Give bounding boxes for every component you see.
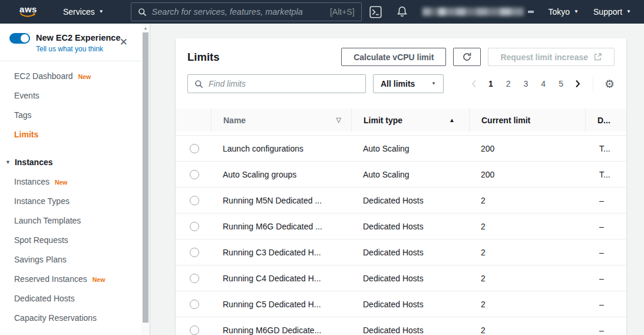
top-navigation-bar: aws Services ▼ Search for services, feat… [0, 0, 644, 24]
cell-name: Launch configurations [211, 144, 351, 153]
sidebar-item-launch-templates[interactable]: Launch Templates [0, 211, 141, 230]
cell-limit-type: Dedicated Hosts [351, 248, 469, 257]
page-number[interactable]: 4 [541, 79, 546, 88]
refresh-icon [462, 52, 472, 62]
table-row[interactable]: Auto Scaling groups Auto Scaling 200 T..… [176, 161, 626, 187]
limit-filter-dropdown[interactable]: All limits ▼ [373, 74, 444, 93]
table-row[interactable]: Running C5 Dedicated H... Dedicated Host… [176, 291, 626, 317]
new-badge: New [93, 276, 105, 283]
find-limits-placeholder: Find limits [209, 79, 246, 88]
row-radio[interactable] [190, 170, 199, 179]
table-row[interactable]: Running M6G Dedicated ... Dedicated Host… [176, 213, 626, 239]
row-radio[interactable] [190, 222, 199, 231]
pagination: 1 2 3 4 5 ⚙ [466, 76, 615, 91]
feedback-link[interactable]: Tell us what you think [36, 45, 120, 53]
sidebar-item-instances[interactable]: Instances New [0, 172, 141, 191]
sidebar-item-tags[interactable]: Tags [0, 105, 141, 124]
row-radio[interactable] [190, 274, 199, 283]
row-radio[interactable] [190, 300, 199, 309]
sidebar-scrollbar[interactable]: ▲ [141, 24, 150, 335]
cell-description: – [585, 274, 626, 283]
support-menu[interactable]: Support ▼ [593, 7, 631, 17]
row-radio[interactable] [190, 326, 199, 335]
row-radio[interactable] [190, 196, 199, 205]
services-menu[interactable]: Services ▼ [63, 7, 104, 17]
cell-limit-type: Dedicated Hosts [351, 196, 469, 205]
sidebar-item-label: Spot Requests [14, 235, 68, 245]
notifications-bell-icon[interactable] [397, 6, 408, 18]
sidebar-item-spot-requests[interactable]: Spot Requests [0, 230, 141, 249]
cell-current-limit: 2 [469, 274, 585, 283]
column-header-name[interactable]: Name ▽ [211, 109, 351, 132]
button-label: Calculate vCPU limit [354, 52, 434, 62]
table-settings-gear-icon[interactable]: ⚙ [605, 78, 615, 90]
aws-logo[interactable]: aws [19, 5, 37, 18]
sidebar-item-instance-types[interactable]: Instance Types [0, 191, 141, 211]
table-row[interactable]: Running C3 Dedicated H... Dedicated Host… [176, 239, 626, 265]
page-number[interactable]: 5 [559, 79, 563, 88]
scroll-up-arrow-icon[interactable]: ▲ [141, 24, 150, 32]
sidebar-item-reserved-instances[interactable]: Reserved Instances New [0, 269, 141, 288]
previous-page-chevron-icon[interactable] [471, 79, 477, 88]
row-radio[interactable] [190, 144, 199, 153]
search-shortcut: [Alt+S] [330, 7, 355, 17]
cell-name: Auto Scaling groups [211, 170, 351, 179]
table-row[interactable]: Running C4 Dedicated H... Dedicated Host… [176, 265, 626, 291]
cell-current-limit: 2 [469, 300, 585, 309]
sidebar-item-limits[interactable]: Limits [0, 124, 141, 144]
services-label: Services [63, 7, 95, 17]
scrollbar-thumb[interactable] [143, 32, 148, 323]
cell-description: – [585, 300, 626, 309]
sidebar-item-label: EC2 Dashboard [14, 71, 73, 81]
caret-down-icon: ▼ [574, 9, 579, 14]
dropdown-selected-value: All limits [381, 79, 415, 88]
next-page-chevron-icon[interactable] [574, 79, 581, 88]
sidebar-item-ec2-dashboard[interactable]: EC2 Dashboard New [0, 66, 141, 86]
page-number[interactable]: 3 [524, 79, 529, 88]
sidebar-item-events[interactable]: Events [0, 86, 141, 105]
cell-limit-type: Dedicated Hosts [351, 300, 469, 309]
sidebar-item-label: Instance Types [14, 196, 70, 206]
sidebar-item-capacity-reservations[interactable]: Capacity Reservations [0, 308, 141, 327]
cloudshell-icon[interactable] [369, 6, 382, 18]
global-search-input[interactable]: Search for services, features, marketpla… [131, 2, 362, 21]
request-limit-increase-button[interactable]: Request limit increase [488, 48, 615, 66]
column-label: D... [597, 116, 610, 125]
ec2-sidebar: New EC2 Experience Tell us what you thin… [0, 24, 141, 335]
account-name-redacted[interactable] [422, 8, 534, 16]
cell-name: Running M6G Dedicated ... [211, 222, 351, 231]
new-experience-toggle[interactable] [9, 33, 30, 44]
refresh-button[interactable] [453, 48, 481, 66]
page-number[interactable]: 2 [506, 79, 511, 88]
sidebar-item-label: Launch Templates [14, 216, 81, 225]
cell-description: T... [585, 144, 626, 153]
cell-current-limit: 200 [469, 170, 585, 179]
column-header-limit-type[interactable]: Limit type ▲ [351, 109, 469, 132]
cell-current-limit: 2 [469, 248, 585, 257]
table-row[interactable]: Launch configurations Auto Scaling 200 T… [176, 135, 626, 161]
cell-limit-type: Auto Scaling [351, 144, 469, 153]
cell-limit-type: Dedicated Hosts [351, 274, 469, 283]
close-icon[interactable]: ✕ [120, 37, 128, 47]
column-header-current-limit[interactable]: Current limit [469, 109, 585, 132]
table-row[interactable]: Running M5N Dedicated ... Dedicated Host… [176, 187, 626, 213]
caret-down-icon: ▼ [431, 81, 436, 86]
row-radio[interactable] [190, 248, 199, 257]
cell-limit-type: Dedicated Hosts [351, 326, 469, 335]
account-name-dash [528, 11, 534, 13]
find-limits-input[interactable]: Find limits [187, 74, 366, 93]
sidebar-item-savings-plans[interactable]: Savings Plans [0, 249, 141, 269]
cell-name: Running C4 Dedicated H... [211, 274, 351, 283]
search-icon [138, 8, 147, 17]
page-number-current[interactable]: 1 [488, 79, 493, 88]
column-label: Limit type [364, 116, 402, 125]
cell-description: – [585, 196, 626, 205]
region-selector[interactable]: Tokyo ▼ [549, 7, 579, 17]
table-row[interactable]: Running M6GD Dedicate... Dedicated Hosts… [176, 317, 626, 335]
sidebar-section-instances[interactable]: ▼ Instances [0, 152, 141, 172]
sidebar-item-dedicated-hosts[interactable]: Dedicated Hosts [0, 288, 141, 308]
column-header-description[interactable]: D... [585, 109, 626, 132]
cell-description: T... [585, 170, 626, 179]
main-content-area: Limits Calculate vCPU limit Request limi… [151, 24, 644, 335]
calculate-vcpu-limit-button[interactable]: Calculate vCPU limit [341, 48, 446, 66]
